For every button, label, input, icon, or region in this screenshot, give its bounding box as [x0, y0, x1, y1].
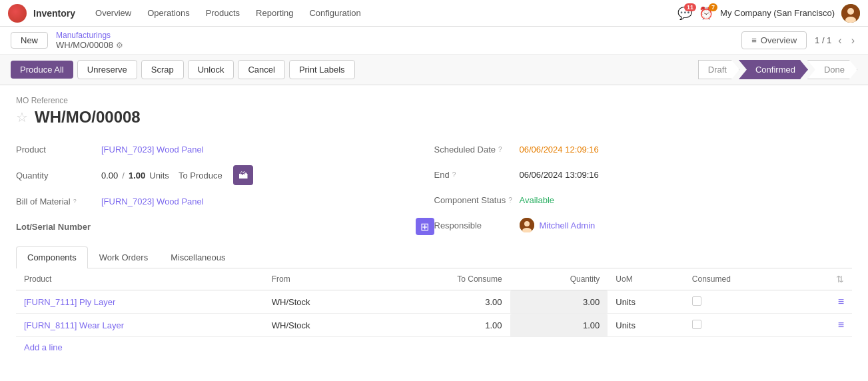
- sort-icon[interactable]: ⇅: [836, 274, 844, 284]
- consumed-checkbox-1[interactable]: [692, 320, 701, 329]
- bom-label-text: Bill of Material: [16, 196, 71, 206]
- responsible-label: Responsible: [434, 220, 514, 230]
- product-link-1[interactable]: [FURN_8111] Wear Layer: [24, 320, 124, 330]
- consumed-checkbox-0[interactable]: [692, 296, 701, 306]
- gear-icon[interactable]: ⚙: [116, 41, 123, 50]
- new-button[interactable]: New: [11, 32, 48, 49]
- nav-reporting[interactable]: Reporting: [249, 5, 300, 21]
- camera-icon: 🏔: [238, 170, 248, 181]
- responsible-value[interactable]: Mitchell Admin: [540, 220, 596, 230]
- bom-label: Bill of Material ?: [16, 196, 96, 206]
- component-status-help: ?: [508, 196, 512, 204]
- product-label: Product: [16, 145, 96, 155]
- svg-point-4: [524, 221, 530, 226]
- print-labels-button[interactable]: Print Labels: [289, 60, 355, 79]
- cell-from-0: WH/Stock: [264, 290, 380, 314]
- overview-button[interactable]: ≡ Overview: [741, 31, 807, 49]
- scrap-button[interactable]: Scrap: [141, 60, 184, 79]
- product-link-0[interactable]: [FURN_7111] Ply Layer: [24, 297, 115, 307]
- status-done[interactable]: Done: [807, 60, 857, 79]
- nav-operations[interactable]: Operations: [141, 5, 197, 21]
- cell-to-consume-1: 1.00: [380, 314, 510, 337]
- components-table: Product From To Consume Quantity UoM Con…: [16, 268, 852, 337]
- component-status-value: Available: [520, 195, 555, 205]
- company-name[interactable]: My Company (San Francisco): [720, 8, 835, 18]
- product-value[interactable]: [FURN_7023] Wood Panel: [101, 145, 204, 155]
- cell-product-1: [FURN_8111] Wear Layer: [16, 314, 264, 337]
- status-confirmed-label: Confirmed: [755, 65, 795, 75]
- to-produce-label: To Produce: [179, 171, 222, 181]
- svg-point-1: [847, 8, 854, 15]
- messages-badge: 11: [684, 3, 696, 11]
- activity-badge: 7: [709, 3, 717, 11]
- col-consumed: Consumed: [684, 268, 801, 290]
- end-label-text: End: [434, 170, 450, 180]
- component-status-text: Component Status: [434, 195, 506, 205]
- unreserve-button[interactable]: Unreserve: [77, 60, 137, 79]
- photo-button[interactable]: 🏔: [233, 165, 253, 185]
- cancel-button[interactable]: Cancel: [238, 60, 284, 79]
- cell-quantity-0[interactable]: 3.00: [510, 290, 608, 314]
- end-value[interactable]: 06/06/2024 13:09:16: [520, 170, 599, 180]
- end-help: ?: [452, 171, 456, 179]
- overview-label: Overview: [761, 35, 797, 45]
- breadcrumb-current-text: WH/MO/00008: [56, 40, 113, 50]
- cell-product-0: [FURN_7111] Ply Layer: [16, 290, 264, 314]
- col-to-consume: To Consume: [380, 268, 510, 290]
- nav-products[interactable]: Products: [199, 5, 246, 21]
- col-product: Product: [16, 268, 264, 290]
- cell-uom-1: Units: [608, 314, 684, 337]
- tab-miscellaneous[interactable]: Miscellaneous: [159, 246, 236, 268]
- notification-messages[interactable]: 💬 11: [677, 6, 692, 21]
- status-draft-label: Draft: [708, 65, 727, 75]
- status-confirmed[interactable]: Confirmed: [739, 60, 808, 79]
- cell-quantity-1[interactable]: 1.00: [510, 314, 608, 337]
- app-logo: [8, 4, 27, 23]
- user-avatar[interactable]: [841, 4, 860, 23]
- mo-reference-label: MO Reference: [16, 96, 852, 105]
- cell-uom-0: Units: [608, 290, 684, 314]
- scheduled-date-value[interactable]: 06/06/2024 12:09:16: [520, 145, 599, 155]
- end-label: End ?: [434, 170, 514, 180]
- app-name: Inventory: [33, 8, 75, 19]
- detail-icon-1[interactable]: ≡: [838, 319, 844, 330]
- tabs-bar: Components Work Orders Miscellaneous: [16, 246, 852, 268]
- bom-value[interactable]: [FURN_7023] Wood Panel: [101, 196, 204, 206]
- scheduled-date-label: Scheduled Date ?: [434, 145, 514, 155]
- table-row: [FURN_7111] Ply Layer WH/Stock 3.00 3.00…: [16, 290, 852, 314]
- col-uom: UoM: [608, 268, 684, 290]
- col-sort: ⇅: [801, 268, 852, 290]
- cell-consumed-0: [684, 290, 801, 314]
- breadcrumb-parent[interactable]: Manufacturings: [56, 31, 123, 40]
- notification-activity[interactable]: ⏰ 7: [699, 6, 713, 21]
- cell-from-1: WH/Stock: [264, 314, 380, 337]
- lot-add-button[interactable]: ⊞: [416, 218, 434, 235]
- tab-components[interactable]: Components: [16, 246, 88, 268]
- cell-consumed-1: [684, 314, 801, 337]
- quantity-done[interactable]: 0.00: [101, 171, 118, 181]
- quantity-total[interactable]: 1.00: [129, 171, 145, 181]
- breadcrumb-bar: New Manufacturings WH/MO/00008 ⚙ ≡ Overv…: [0, 27, 868, 55]
- status-flow: Draft Confirmed Done: [699, 60, 857, 79]
- nav-configuration[interactable]: Configuration: [302, 5, 367, 21]
- detail-icon-0[interactable]: ≡: [838, 296, 844, 307]
- table-row: [FURN_8111] Wear Layer WH/Stock 1.00 1.0…: [16, 314, 852, 337]
- mo-number: WH/MO/00008: [35, 108, 141, 127]
- bom-help-icon: ?: [73, 198, 77, 204]
- next-arrow[interactable]: ›: [849, 33, 857, 48]
- tab-work-orders[interactable]: Work Orders: [88, 246, 159, 268]
- main-content: MO Reference ☆ WH/MO/00008 Product [FURN…: [0, 85, 868, 368]
- quantity-divider: /: [122, 171, 125, 181]
- produce-all-button[interactable]: Produce All: [11, 61, 73, 79]
- breadcrumb-current: WH/MO/00008 ⚙: [56, 40, 123, 50]
- nav-overview[interactable]: Overview: [89, 5, 138, 21]
- unlock-button[interactable]: Unlock: [188, 60, 234, 79]
- menu-icon: ≡: [751, 35, 757, 45]
- prev-arrow[interactable]: ‹: [835, 33, 844, 48]
- status-draft[interactable]: Draft: [698, 60, 739, 79]
- responsible-avatar: [520, 218, 534, 232]
- add-line-button[interactable]: Add a line: [16, 337, 71, 358]
- star-favorite-icon[interactable]: ☆: [16, 109, 28, 125]
- cell-to-consume-0: 3.00: [380, 290, 510, 314]
- col-from: From: [264, 268, 380, 290]
